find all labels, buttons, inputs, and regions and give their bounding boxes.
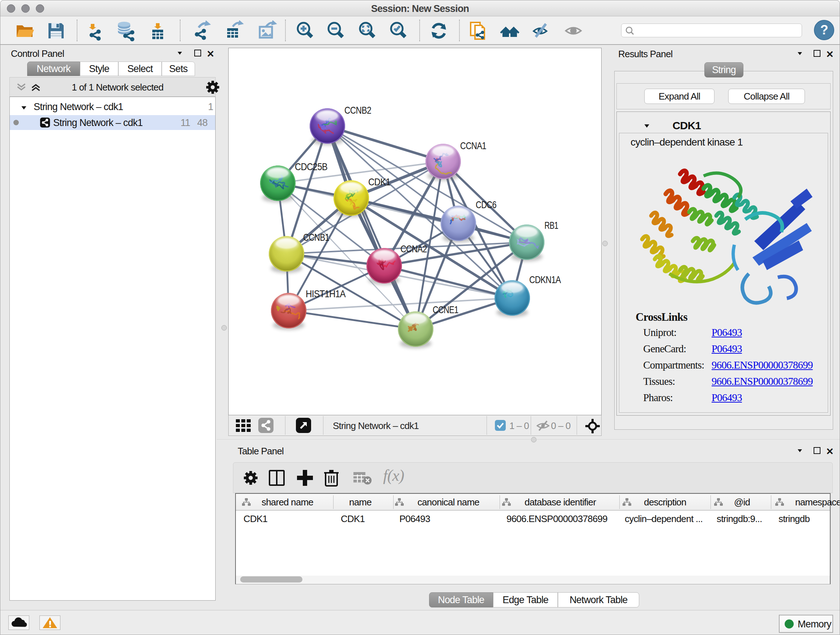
- svg-text:HIST1H1A: HIST1H1A: [306, 288, 346, 299]
- svg-text:CCNA1: CCNA1: [460, 140, 486, 151]
- svg-text:CCNB1: CCNB1: [303, 232, 329, 243]
- svg-text:CDKN1A: CDKN1A: [529, 274, 561, 285]
- svg-text:CDC25B: CDC25B: [295, 161, 327, 172]
- svg-text:CCNA2: CCNA2: [401, 243, 427, 255]
- svg-text:CDC6: CDC6: [476, 199, 496, 211]
- svg-text:?: ?: [820, 22, 828, 37]
- svg-text:CCNB2: CCNB2: [344, 105, 371, 116]
- svg-text:CDK1: CDK1: [368, 176, 390, 187]
- svg-text:RB1: RB1: [545, 220, 558, 231]
- svg-text:CCNE1: CCNE1: [433, 304, 458, 315]
